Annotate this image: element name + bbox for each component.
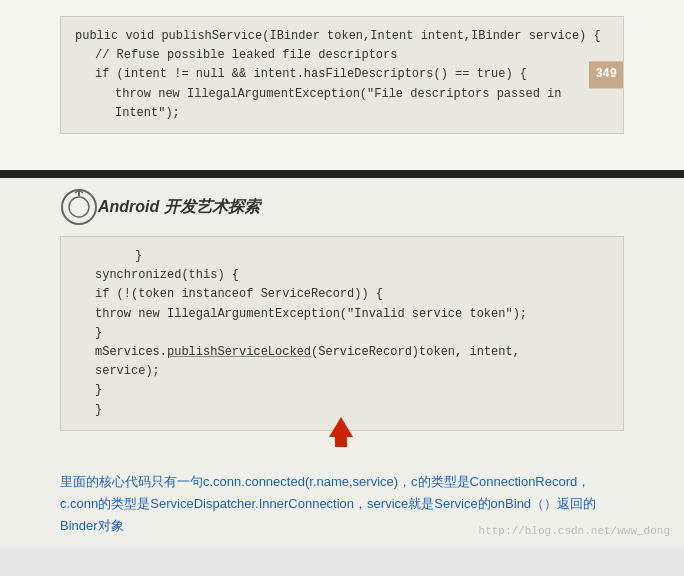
top-code-block: public void publishService(IBinder token… [60, 16, 624, 134]
top-section: public void publishService(IBinder token… [0, 0, 684, 170]
book-header: Android 开发艺术探索 [60, 188, 624, 226]
code-line-b1: } [75, 247, 609, 266]
bottom-section: Android 开发艺术探索 } synchronized(this) { if… [0, 178, 684, 547]
code-line-4: throw new IllegalArgumentException("File… [75, 85, 609, 104]
red-arrow-indicator [321, 417, 361, 454]
code-line-3: if (intent != null && intent.hasFileDesc… [75, 65, 609, 84]
section-divider [0, 170, 684, 178]
page-number: 349 [589, 61, 623, 88]
watermark: http://blog.csdn.net/www_dong [479, 525, 670, 537]
code-line-b3: if (!(token instanceof ServiceRecord)) { [75, 285, 609, 304]
svg-point-1 [69, 197, 89, 217]
book-logo-icon [60, 188, 98, 226]
code-line-b7: service); [75, 362, 609, 381]
code-line-b6: mServices.publishServiceLocked(ServiceRe… [75, 343, 609, 362]
code-line-5: Intent"); [75, 104, 609, 123]
code-line-1: public void publishService(IBinder token… [75, 27, 609, 46]
book-title: Android 开发艺术探索 [98, 197, 260, 218]
code-line-b8: } [75, 381, 609, 400]
bottom-code-block: } synchronized(this) { if (!(token insta… [60, 236, 624, 431]
code-line-b2: synchronized(this) { [75, 266, 609, 285]
highlight-method: publishServiceLocked [167, 345, 311, 359]
svg-marker-3 [329, 417, 353, 447]
code-line-b4: throw new IllegalArgumentException("Inva… [75, 305, 609, 324]
code-line-b5: } [75, 324, 609, 343]
code-line-2: // Refuse possible leaked file descripto… [75, 46, 609, 65]
